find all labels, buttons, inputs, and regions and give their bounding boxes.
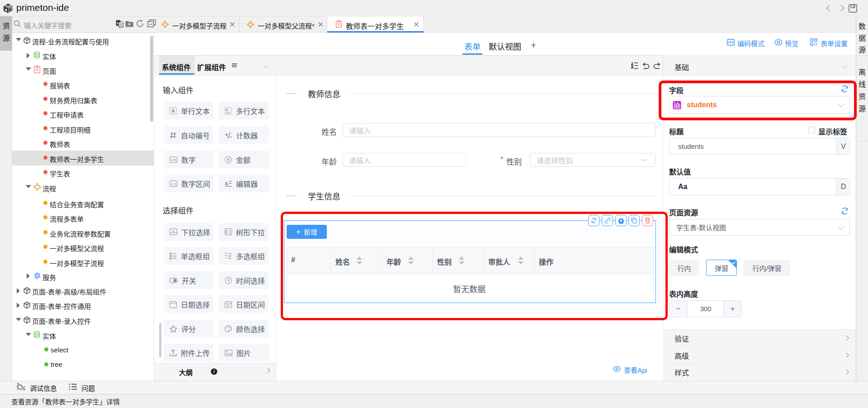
svg-text:A: A	[226, 108, 228, 112]
svg-text:123: 123	[171, 158, 176, 161]
svg-text:1~3: 1~3	[171, 182, 176, 185]
svg-text:文: 文	[119, 23, 123, 27]
svg-text:¥: ¥	[226, 157, 230, 162]
svg-text:A: A	[171, 108, 175, 114]
svg-text:A: A	[225, 181, 228, 186]
svg-text:i: i	[213, 369, 215, 374]
